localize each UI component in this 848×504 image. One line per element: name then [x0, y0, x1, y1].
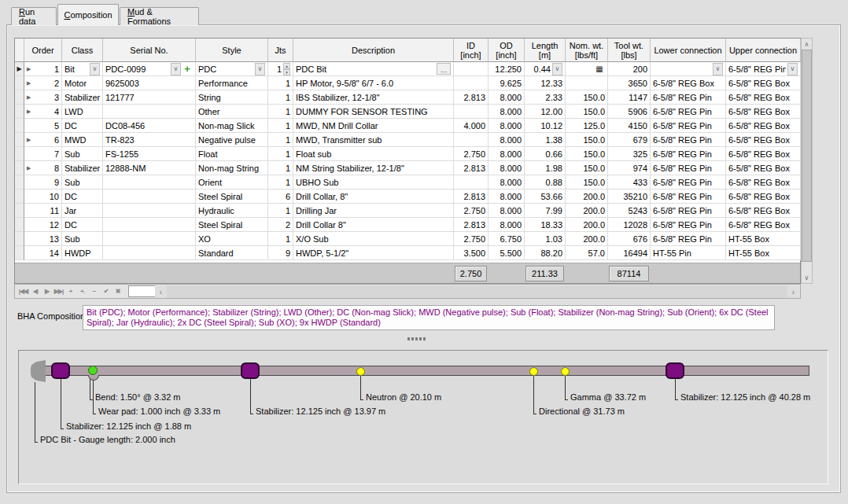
cell-style[interactable]: Float	[196, 147, 268, 161]
cell-desc[interactable]: HP Motor, 9-5/8" 6/7 - 6.0	[293, 76, 454, 90]
quantity-stepper[interactable]: ▲▼	[283, 63, 290, 75]
cell-serial[interactable]	[103, 232, 196, 246]
cell-style[interactable]: Non-mag Slick	[196, 119, 268, 133]
delete-record-button[interactable]: −	[88, 285, 100, 297]
tab-composition[interactable]: Composition	[57, 4, 119, 25]
column-header-jts[interactable]: Jts	[268, 39, 293, 62]
cell-nom[interactable]: 150.0	[566, 133, 608, 147]
row-indicator[interactable]	[15, 161, 24, 175]
cell-serial[interactable]: TR-823	[103, 133, 196, 147]
cell-jts[interactable]: 1	[268, 119, 293, 133]
spin-down-icon[interactable]: ▼	[283, 69, 290, 75]
cell-id[interactable]	[454, 105, 489, 119]
scroll-left-icon[interactable]: ‹	[155, 285, 167, 298]
column-header-serial[interactable]: Serial No.	[103, 39, 196, 62]
cell-class[interactable]: DC	[62, 218, 103, 232]
cell-nom[interactable]: 57.0	[566, 246, 608, 260]
cell-upper[interactable]: 6-5/8" REG Box	[726, 189, 801, 204]
cell-len[interactable]: 7.99	[525, 204, 566, 218]
cell-len[interactable]: 1.98	[525, 161, 566, 175]
cancel-edit-button[interactable]: ✖	[112, 285, 124, 297]
cell-lower[interactable]: ∨	[651, 62, 726, 76]
cell-id[interactable]: 2.813	[454, 218, 489, 232]
cell-id[interactable]: 2.750	[454, 232, 489, 246]
vertical-scrollbar[interactable]: ∧ ∨	[801, 38, 813, 284]
column-header-class[interactable]: Class	[62, 39, 103, 62]
cell-class[interactable]: Stabilizer	[62, 161, 103, 175]
row-indicator[interactable]	[15, 90, 24, 105]
cell-id[interactable]	[454, 175, 489, 189]
cell-serial[interactable]	[103, 204, 196, 218]
cell-lower[interactable]: 6-5/8" REG Pin	[651, 175, 726, 189]
cell-class[interactable]: Stabilizer	[62, 90, 103, 105]
cell-lower[interactable]: 6-5/8" REG Pin	[651, 147, 726, 161]
cell-od[interactable]: 8.000	[489, 147, 525, 161]
cell-serial[interactable]: DC08-456	[103, 119, 196, 133]
dropdown-button chevron-down-icon[interactable]: ∨	[171, 63, 181, 75]
cell-len[interactable]: 10.12	[525, 119, 566, 133]
post-edit-button[interactable]: ✔	[100, 285, 112, 297]
cell-len[interactable]: 18.33	[525, 218, 566, 232]
cell-style[interactable]: Orient	[196, 175, 268, 189]
cell-class[interactable]: Sub	[62, 147, 103, 161]
cell-upper[interactable]: 6-5/8" REG Box	[726, 76, 801, 90]
row-indicator[interactable]	[15, 147, 24, 161]
row-indicator[interactable]	[15, 189, 24, 204]
cell-style[interactable]: Steel Spiral	[196, 189, 268, 204]
cell-len[interactable]: 88.20	[525, 246, 566, 260]
cell-style[interactable]: Non-mag String	[196, 161, 268, 175]
scrollbar-thumb[interactable]	[802, 50, 812, 262]
cell-style[interactable]: Performance	[196, 76, 268, 90]
cell-id[interactable]: 2.813	[454, 189, 489, 204]
dropdown-button chevron-down-icon[interactable]: ∨	[713, 63, 723, 75]
cell-tool[interactable]: 200	[608, 62, 651, 76]
cell-class[interactable]: Motor	[62, 76, 103, 90]
cell-order[interactable]: ▶3	[24, 90, 62, 105]
cell-desc[interactable]: X/O Sub	[293, 232, 454, 246]
add-serial-button plus-icon[interactable]: +	[182, 63, 193, 75]
last-record-button[interactable]: ▶▶|	[53, 285, 65, 297]
cell-style[interactable]: String	[196, 90, 268, 105]
row-indicator[interactable]	[15, 232, 24, 246]
cell-serial[interactable]: 12888-NM	[103, 161, 196, 175]
cell-upper[interactable]: 6-5/8" REG Box	[726, 161, 801, 175]
cell-tool[interactable]: 5906	[608, 105, 651, 119]
cell-nom[interactable]: 200.0	[566, 204, 608, 218]
cell-nom[interactable]: 150.0	[566, 175, 608, 189]
dropdown-button chevron-down-icon[interactable]: ∨	[552, 63, 562, 75]
cell-order[interactable]: ▶6	[24, 133, 62, 147]
append-record-button[interactable]: +.	[76, 285, 88, 297]
cell-order[interactable]: ▶8	[24, 161, 62, 175]
cell-len[interactable]: 2.33	[525, 90, 566, 105]
prior-record-button[interactable]: ◀	[29, 285, 41, 297]
scroll-right-icon[interactable]: ›	[787, 285, 799, 298]
cell-upper[interactable]: 6-5/8" REG Box	[726, 204, 801, 218]
cell-od[interactable]: 8.000	[489, 90, 525, 105]
cell-lower[interactable]: 6-5/8" REG Pin	[651, 119, 726, 133]
row-indicator[interactable]	[15, 76, 24, 90]
cell-tool[interactable]: 679	[608, 133, 651, 147]
cell-id[interactable]	[454, 133, 489, 147]
cell-nom[interactable]: 200.0	[566, 189, 608, 204]
cell-jts[interactable]: 1	[268, 232, 293, 246]
cell-id[interactable]: 2.813	[454, 161, 489, 175]
cell-tool[interactable]: 974	[608, 161, 651, 175]
column-header-od[interactable]: OD[inch]	[489, 39, 525, 62]
cell-order[interactable]: 12	[24, 218, 62, 232]
cell-id[interactable]: 2.750	[454, 204, 489, 218]
cell-upper[interactable]: 6-5/8" REG Pin∨	[726, 62, 801, 76]
cell-jts[interactable]: 1	[268, 147, 293, 161]
row-indicator[interactable]	[15, 218, 24, 232]
cell-od[interactable]: 8.000	[489, 189, 525, 204]
cell-upper[interactable]: 6-5/8" REG Box	[726, 105, 801, 119]
cell-jts[interactable]: 1▲▼	[268, 62, 293, 76]
cell-lower[interactable]: 6-5/8" REG Pin	[651, 189, 726, 204]
cell-upper[interactable]: 6-5/8" REG Box	[726, 119, 801, 133]
column-header-id[interactable]: ID[inch]	[454, 39, 489, 62]
dropdown-button chevron-down-icon[interactable]: ∨	[255, 63, 265, 75]
cell-serial[interactable]	[103, 246, 196, 260]
cell-nom[interactable]: ▦	[566, 62, 608, 76]
cell-len[interactable]: 1.38	[525, 133, 566, 147]
cell-upper[interactable]: 6-5/8" REG Box	[726, 147, 801, 161]
cell-len[interactable]: 12.00	[525, 105, 566, 119]
